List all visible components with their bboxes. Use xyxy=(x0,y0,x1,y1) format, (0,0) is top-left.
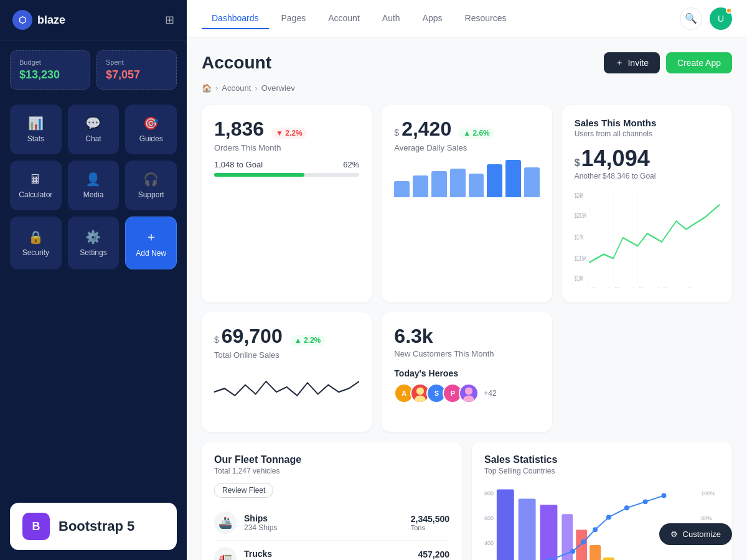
avg-sales-value: 2,420 xyxy=(402,118,451,141)
avatar-5 xyxy=(459,383,479,403)
sidebar: ⬡ blaze ⊞ Budget $13,230 Spent $7,057 📊 … xyxy=(0,0,187,560)
invite-button[interactable]: ＋ Invite xyxy=(604,52,659,73)
sidebar-item-media[interactable]: 👤 Media xyxy=(68,161,120,210)
svg-text:Apr 13: Apr 13 xyxy=(657,286,667,287)
guides-icon: 🎯 xyxy=(143,116,159,131)
fleet-row-ships: 🚢 Ships 234 Ships 2,345,500 Tons xyxy=(214,505,449,541)
svg-point-43 xyxy=(661,493,666,498)
svg-point-39 xyxy=(593,527,598,532)
review-fleet-button[interactable]: Review Fleet xyxy=(214,483,273,498)
sales-stats-sub: Top Selling Countries xyxy=(484,467,720,475)
nav-resources[interactable]: Resources xyxy=(455,8,517,29)
customize-button[interactable]: ⚙ Customize xyxy=(659,523,732,545)
svg-text:$24K: $24K xyxy=(575,192,584,199)
sales-this-month-card: Sales This Months Users from all channel… xyxy=(562,105,732,302)
user-avatar[interactable]: U xyxy=(710,7,732,30)
svg-rect-28 xyxy=(519,498,536,560)
svg-point-40 xyxy=(606,515,611,520)
budget-label: Budget xyxy=(19,58,81,66)
sales-badge: ▲ 2.6% xyxy=(459,128,494,139)
svg-point-15 xyxy=(416,387,424,394)
stats-row-2: $ 69,700 ▲ 2.2% Total Online Sales 6.3k … xyxy=(202,312,732,432)
nav-dashboards[interactable]: Dashboards xyxy=(202,8,269,29)
guides-label: Guides xyxy=(139,134,163,143)
calculator-icon: 🖩 xyxy=(29,172,42,187)
support-label: Support xyxy=(138,190,164,199)
svg-text:400: 400 xyxy=(484,540,494,546)
sidebar-item-calculator[interactable]: 🖩 Calculator xyxy=(10,161,62,210)
app-name: blaze xyxy=(37,14,65,27)
sidebar-item-settings[interactable]: ⚙️ Settings xyxy=(68,217,120,269)
svg-point-41 xyxy=(624,505,629,510)
breadcrumb-account[interactable]: Account xyxy=(222,83,251,93)
nav-pages[interactable]: Pages xyxy=(271,8,316,29)
sidebar-item-support[interactable]: 🎧 Support xyxy=(125,161,177,210)
add-icon: ＋ xyxy=(145,228,157,245)
customers-card: 6.3k New Customers This Month Today's He… xyxy=(382,312,552,432)
sidebar-item-chat[interactable]: 💬 Chat xyxy=(68,105,120,154)
nav-links: Dashboards Pages Account Auth Apps Resou… xyxy=(202,8,516,29)
menu-icon[interactable]: ⊞ xyxy=(165,13,174,27)
bootstrap-label: Bootstrap 5 xyxy=(59,518,134,534)
stats-label: Stats xyxy=(27,134,44,143)
create-app-button[interactable]: Create App xyxy=(666,52,732,73)
search-button[interactable]: 🔍 xyxy=(680,7,702,30)
bar-7 xyxy=(505,160,521,197)
spent-value: $7,057 xyxy=(106,68,167,82)
add-label: Add New xyxy=(136,249,166,258)
spent-label: Spent xyxy=(106,58,167,66)
ships-unit: Tons xyxy=(411,524,449,531)
svg-point-37 xyxy=(570,549,575,554)
svg-rect-29 xyxy=(540,505,558,560)
stats-row-1: 1,836 ▼ 2.2% Orders This Month 1,048 to … xyxy=(202,105,732,302)
online-sales-card: $ 69,700 ▲ 2.2% Total Online Sales xyxy=(202,312,372,432)
page-title: Account xyxy=(202,53,271,73)
customers-value: 6.3k xyxy=(394,325,539,348)
sidebar-item-add-new[interactable]: ＋ Add New xyxy=(125,217,177,269)
sales-month-value: 14,094 xyxy=(581,146,650,172)
progress-bar-bg xyxy=(214,173,359,177)
sidebar-item-stats[interactable]: 📊 Stats xyxy=(10,105,62,154)
sales-stats-chart: 800 600 400 200 100% 80% 60% 40% xyxy=(484,483,720,560)
page-header: Account ＋ Invite Create App xyxy=(202,52,732,73)
main-panel: Dashboards Pages Account Auth Apps Resou… xyxy=(187,0,747,560)
spent-card: Spent $7,057 xyxy=(96,50,177,90)
nav-auth[interactable]: Auth xyxy=(372,8,410,29)
media-icon: 👤 xyxy=(85,172,101,187)
sales-bar-chart xyxy=(394,160,539,197)
bottom-row: Our Fleet Tonnage Total 1,247 vehicles R… xyxy=(202,442,732,560)
row2-placeholder xyxy=(562,312,732,432)
sidebar-item-guides[interactable]: 🎯 Guides xyxy=(125,105,177,154)
sales-dollar: $ xyxy=(394,128,399,138)
sidebar-header: ⬡ blaze ⊞ xyxy=(0,0,187,40)
bar-6 xyxy=(487,164,502,197)
nav-apps[interactable]: Apps xyxy=(413,8,453,29)
svg-point-42 xyxy=(643,499,648,504)
svg-text:$20.5K: $20.5K xyxy=(575,212,587,219)
heroes-count: +42 xyxy=(484,389,496,398)
trucks-icon: 🚛 xyxy=(214,547,237,560)
progress-bar-fill xyxy=(214,173,304,177)
media-label: Media xyxy=(83,190,104,199)
bar-4 xyxy=(450,169,466,197)
nav-account[interactable]: Account xyxy=(318,8,370,29)
orders-label: Orders This Month xyxy=(214,143,359,152)
breadcrumb-overview: Overwiev xyxy=(261,83,295,93)
orders-card: 1,836 ▼ 2.2% Orders This Month 1,048 to … xyxy=(202,105,372,302)
stats-icon: 📊 xyxy=(28,116,44,131)
sales-line-chart: $24K $20.5K $17K $13.5K $10K Apr 04 Apr … xyxy=(575,188,720,287)
svg-point-38 xyxy=(581,539,586,544)
breadcrumb: 🏠 › Account › Overwiev xyxy=(202,83,732,93)
sales-month-note: Another $48,346 to Goal xyxy=(575,172,720,180)
budget-value: $13,230 xyxy=(19,68,81,82)
nav-grid: 📊 Stats 💬 Chat 🎯 Guides 🖩 Calculator 👤 M… xyxy=(0,95,187,279)
bar-3 xyxy=(431,171,447,197)
header-actions: ＋ Invite Create App xyxy=(604,52,732,73)
sidebar-item-security[interactable]: 🔒 Security xyxy=(10,217,62,269)
svg-text:800: 800 xyxy=(484,490,494,497)
orders-goal-pct: 62% xyxy=(343,160,359,169)
avg-sales-card: $ 2,420 ▲ 2.6% Average Daily Sales xyxy=(382,105,552,302)
bar-8 xyxy=(524,167,540,197)
budget-card: Budget $13,230 xyxy=(10,50,90,90)
fleet-sub: Total 1,247 vehicles xyxy=(214,467,449,475)
